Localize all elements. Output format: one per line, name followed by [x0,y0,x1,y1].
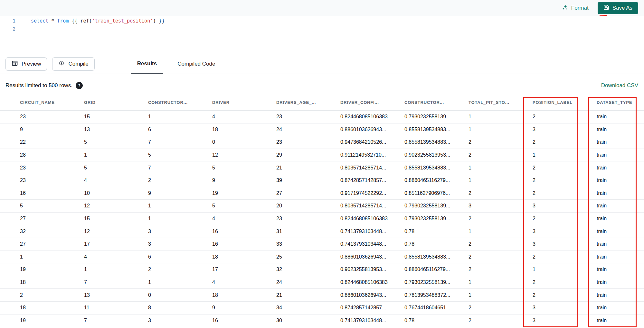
table-header-row: CIRCUIT_NAME GRID CONSTRUCTOR... DRIVER … [0,95,644,111]
table-cell: 0.7930232558139... [404,203,469,209]
table-cell: 0.824468085106383 [340,279,404,285]
table-cell: 1 [469,292,533,298]
table-cell: 0.8860465116279... [404,267,469,272]
table-cell: 1 [148,216,212,222]
table-cell: 1 [469,114,533,120]
table-cell: 0.9112149532710... [340,152,404,158]
table-cell: 1 [533,267,597,272]
save-icon [603,5,609,12]
table-cell: 1 [84,152,148,158]
table-cell: 0.7413793103448... [340,318,404,323]
table-cell: 17 [212,267,276,272]
table-cell: 0.7813953488372... [404,292,469,298]
table-cell: 2 [20,292,84,298]
column-header[interactable]: POSITION_LABEL [533,100,597,105]
table-cell: 2 [469,190,533,196]
preview-button[interactable]: Preview [5,57,47,71]
table-cell: train [597,190,644,196]
table-cell: 2 [533,190,597,196]
table-cell: 27 [20,241,84,247]
table-cell: 32 [276,267,340,272]
table-cell: 0.7930232558139... [404,114,469,120]
table-cell: 23 [20,178,84,183]
table-cell: 2 [533,165,597,171]
format-button[interactable]: Format [562,4,589,12]
column-header[interactable]: DRIVER_CONFI... [340,100,404,105]
table-cell: 23 [276,139,340,145]
table-cell: 0.7674418604651... [404,305,469,311]
table-cell: 2 [533,178,597,183]
table-cell: 0.78 [404,241,469,247]
table-cell: train [597,292,644,298]
sql-operator: * [48,18,57,24]
table-cell: 2 [469,267,533,272]
table-cell: 3 [533,203,597,209]
table-cell: 0.9473684210526... [340,139,404,145]
table-cell: 23 [276,216,340,222]
table-cell: 0.824468085106383 [340,114,404,120]
download-csv-link[interactable]: Download CSV [601,82,638,89]
table-cell: 18 [20,305,84,311]
table-row: 19 7 3 16 30 0.7413793103448... 0.78 2 3… [0,314,644,327]
results-limit-text: Results limited to 500 rows. [5,82,72,89]
table-cell: 2 [148,267,212,272]
code-line-2: 2 [0,25,644,33]
column-header[interactable]: GRID [84,100,148,105]
table-cell: 2 [533,139,597,145]
table-icon [12,60,18,68]
help-icon[interactable]: ? [76,82,83,89]
table-cell: 0.8558139534883... [404,254,469,260]
tab-compiled-code[interactable]: Compiled Code [171,54,222,74]
table-row: 22 5 7 0 23 0.9473684210526... 0.8558139… [0,136,644,149]
column-header[interactable]: CONSTRUCTOR... [148,100,212,105]
table-cell: train [597,139,644,145]
table-cell: 4 [212,114,276,120]
column-header[interactable]: CIRCUIT_NAME [20,100,84,105]
table-cell: 0.7930232558139... [404,216,469,222]
table-cell: 0.8511627906976... [404,190,469,196]
format-label: Format [571,5,589,11]
table-cell: 18 [212,254,276,260]
table-cell: 0.824468085106383 [340,216,404,222]
table-cell: 16 [212,229,276,234]
table-cell: 5 [212,165,276,171]
table-cell: 0.8860103626943... [340,254,404,260]
table-cell: 2 [148,178,212,183]
column-header[interactable]: TOTAL_PIT_STO... [469,100,533,105]
table-row: 1 4 6 18 25 0.8860103626943... 0.8558139… [0,251,644,264]
code-icon [58,60,65,68]
table-cell: 27 [20,216,84,222]
table-cell: 28 [20,152,84,158]
column-header[interactable]: DATASET_TYPE [597,100,644,105]
table-cell: 19 [20,318,84,323]
table-cell: 1 [469,178,533,183]
column-header[interactable]: DRIVERS_AGE_... [276,100,340,105]
table-cell: 0.8035714285714... [340,203,404,209]
tab-results[interactable]: Results [131,54,163,74]
save-as-label: Save As [612,5,632,11]
table-cell: 2 [469,241,533,247]
table-cell: 0.9023255813953... [340,267,404,272]
table-cell: 2 [533,114,597,120]
table-cell: 33 [276,241,340,247]
table-cell: 3 [469,203,533,209]
tabs-divider [0,74,644,74]
compile-button[interactable]: Compile [52,57,94,71]
sql-editor[interactable]: 1 select * from {{ ref('train_test_posit… [0,17,644,54]
table-cell: 1 [469,279,533,285]
column-header[interactable]: DRIVER [212,100,276,105]
sql-keyword: from [57,18,69,24]
table-cell: 27 [276,190,340,196]
table-cell: 0.8742857142857... [340,305,404,311]
table-cell: 3 [148,229,212,234]
table-cell: 5 [84,139,148,145]
table-cell: 1 [148,114,212,120]
column-header[interactable]: CONSTRUCTOR... [404,100,469,105]
table-cell: 0.8742857142857... [340,178,404,183]
table-cell: train [597,114,644,120]
table-row: 28 1 5 12 29 0.9112149532710... 0.902325… [0,149,644,162]
table-row: 27 15 1 4 23 0.824468085106383 0.7930232… [0,213,644,225]
tab-results-label: Results [137,60,157,67]
table-cell: 0.8035714285714... [340,165,404,171]
save-as-button[interactable]: Save As [598,2,638,14]
